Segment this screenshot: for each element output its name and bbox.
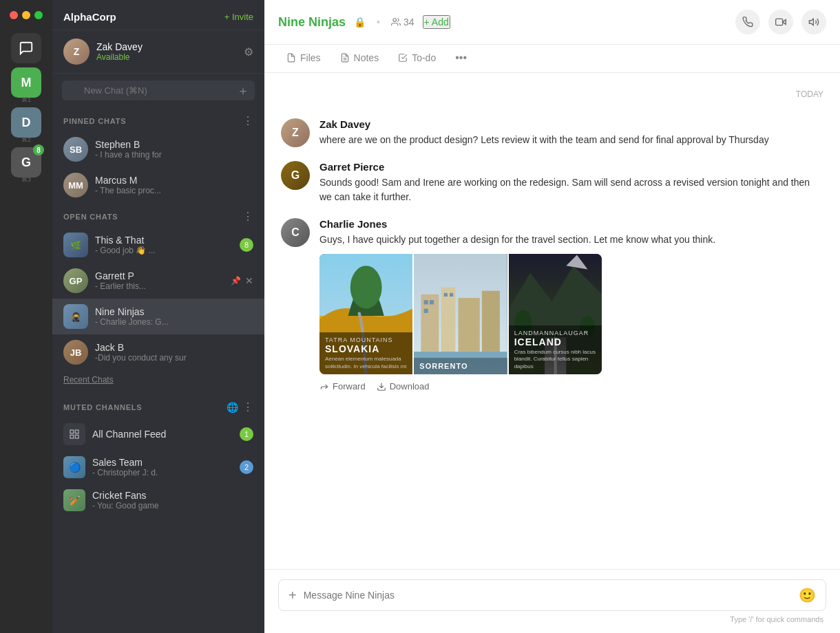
tab-notes-label: Notes <box>354 52 379 63</box>
tab-notes[interactable]: Notes <box>332 45 388 72</box>
msg-content-zak: Zak Davey where are we on the product de… <box>319 118 823 147</box>
user-row: Z Zak Davey Available ⚙ <box>52 30 264 74</box>
msg-avatar-charlie: C <box>281 218 310 247</box>
chat-content-this-that: This & That - Good job 👋 ... <box>95 235 233 255</box>
header-actions <box>735 10 826 34</box>
channel-badge-all-feed: 1 <box>240 427 253 441</box>
search-row: 🔍 ＋ <box>52 74 264 107</box>
msg-text-garret: Sounds good! Sam and Irene are working o… <box>319 175 823 204</box>
rail-avatar-g[interactable]: G 8 <box>11 147 41 178</box>
chat-preview-nine-ninjas: - Charlie Jones: G... <box>95 317 253 327</box>
mute-button[interactable] <box>801 10 826 34</box>
user-info: Zak Davey Available <box>96 41 237 62</box>
chat-header: Nine Ninjas 🔒 • 34 + Add <box>264 0 840 45</box>
channel-name-sales: Sales Team <box>92 457 233 468</box>
chat-name-nine-ninjas: Nine Ninjas <box>95 306 253 317</box>
recent-chats-anchor[interactable]: Recent Chats <box>63 375 114 385</box>
svg-rect-16 <box>459 298 480 352</box>
chat-item-jack[interactable]: JB Jack B -Did you conduct any sur <box>52 334 264 370</box>
channel-item-cricket[interactable]: 🏏 Cricket Fans - You: Good game <box>52 484 264 517</box>
svg-rect-0 <box>70 430 74 433</box>
rail-item-m[interactable]: M ⌘1 <box>11 67 41 103</box>
close-chat-icon[interactable]: ✕ <box>245 275 253 286</box>
pinned-chats-section-header: PINNED CHATS ⋮ <box>52 107 264 131</box>
chat-header-left: Nine Ninjas 🔒 • 34 + Add <box>278 15 735 30</box>
globe-icon[interactable]: 🌐 <box>227 402 238 413</box>
add-members-button[interactable]: + Add <box>423 15 450 29</box>
forward-button[interactable]: Forward <box>319 381 366 391</box>
svg-rect-3 <box>75 435 78 438</box>
new-chat-add-icon[interactable]: ＋ <box>237 83 249 99</box>
svg-point-12 <box>350 266 382 308</box>
rail-item-g[interactable]: G 8 ⌘3 <box>11 147 41 183</box>
rail-item-d[interactable]: D ⌘2 <box>11 107 41 143</box>
svg-rect-6 <box>776 19 783 25</box>
msg-content-garret: Garret Pierce Sounds good! Sam and Irene… <box>319 161 823 204</box>
message-item-garret: G Garret Pierce Sounds good! Sam and Ire… <box>281 161 823 204</box>
emoji-button[interactable]: 🙂 <box>799 587 816 603</box>
chat-content-jack: Jack B -Did you conduct any sur <box>95 342 253 363</box>
rail-badge-g: 8 <box>33 144 44 155</box>
tab-todo[interactable]: To-do <box>390 45 444 72</box>
chat-badge-this-that: 8 <box>240 238 253 252</box>
chat-avatar-this-that: 🌿 <box>63 233 88 257</box>
lock-icon: 🔒 <box>354 17 366 28</box>
svg-rect-15 <box>441 287 456 352</box>
download-button[interactable]: Download <box>377 381 430 391</box>
tab-files[interactable]: Files <box>278 45 329 72</box>
collage-img-iceland: Landmannalaugar Iceland Cras bibendum cu… <box>509 254 602 374</box>
search-wrapper: 🔍 ＋ <box>62 81 255 100</box>
recent-chats-link[interactable]: Recent Chats <box>52 370 264 391</box>
gear-icon[interactable]: ⚙ <box>244 45 253 58</box>
channel-item-sales[interactable]: 🔵 Sales Team - Christopher J: d. 2 <box>52 451 264 484</box>
msg-sender-garret: Garret Pierce <box>319 161 823 173</box>
voice-call-button[interactable] <box>735 10 760 34</box>
close-button[interactable] <box>10 11 18 19</box>
input-area: + 🙂 Type '/' for quick commands <box>264 569 840 633</box>
chat-avatar-jack: JB <box>63 340 88 365</box>
chat-item-marcus[interactable]: MM Marcus M - The basic proc... <box>52 167 264 203</box>
chat-item-nine-ninjas[interactable]: 🥷 Nine Ninjas - Charlie Jones: G... <box>52 299 264 334</box>
channel-preview-cricket: - You: Good game <box>92 501 253 511</box>
svg-rect-22 <box>450 293 453 297</box>
icon-rail: M ⌘1 D ⌘2 G 8 ⌘3 <box>0 0 52 633</box>
svg-rect-19 <box>430 300 434 304</box>
chat-avatar-nine-ninjas: 🥷 <box>63 304 88 329</box>
channel-icon-all-feed <box>63 423 85 445</box>
open-chats-section-header: OPEN CHATS ⋮ <box>52 203 264 227</box>
invite-button[interactable]: + Invite <box>224 12 253 22</box>
message-item-zak: Z Zak Davey where are we on the product … <box>281 118 823 147</box>
tab-todo-label: To-do <box>412 52 436 63</box>
traffic-lights <box>10 11 43 19</box>
msg-text-zak: where are we on the product design? Lets… <box>319 133 823 147</box>
rail-avatar-m[interactable]: M <box>11 67 41 98</box>
chat-preview-jack: -Did you conduct any sur <box>95 353 253 363</box>
maximize-button[interactable] <box>34 11 43 19</box>
chat-content-stephen: Stephen B - I have a thing for <box>95 139 253 160</box>
open-chats-more-button[interactable]: ⋮ <box>242 210 253 223</box>
tab-more[interactable]: ••• <box>447 45 475 72</box>
muted-channels-more-button[interactable]: ⋮ <box>242 400 253 414</box>
msg-sender-charlie: Charlie Jones <box>319 218 823 230</box>
chat-item-stephen[interactable]: SB Stephen B - I have a thing for <box>52 131 264 167</box>
pinned-chats-more-button[interactable]: ⋮ <box>242 114 253 127</box>
channel-icon-cricket: 🏏 <box>63 489 85 511</box>
chat-item-garrett[interactable]: GP Garrett P - Earlier this... 📌 ✕ <box>52 263 264 299</box>
chat-tabs: Files Notes To-do ••• <box>264 45 840 73</box>
input-plus-icon[interactable]: + <box>288 588 297 603</box>
rail-avatar-d[interactable]: D <box>11 107 41 138</box>
minimize-button[interactable] <box>22 11 30 19</box>
channel-preview-sales: - Christopher J: d. <box>92 468 233 478</box>
collage-label-slovakia: Tatra Mountains Slovakia Aenean elementu… <box>319 332 412 374</box>
video-call-button[interactable] <box>768 10 793 34</box>
user-name: Zak Davey <box>96 41 237 52</box>
avatar: Z <box>63 39 90 65</box>
more-tabs-icon[interactable]: ••• <box>455 52 467 64</box>
rail-chat-icon[interactable] <box>11 33 41 63</box>
channel-item-all-feed[interactable]: All Channel Feed 1 <box>52 418 264 451</box>
msg-text-charlie: Guys, I have quickly put together a desi… <box>319 233 823 247</box>
svg-rect-1 <box>75 430 78 433</box>
search-input[interactable] <box>62 81 255 100</box>
message-input[interactable] <box>304 590 792 601</box>
chat-item-this-that[interactable]: 🌿 This & That - Good job 👋 ... 8 <box>52 227 264 263</box>
